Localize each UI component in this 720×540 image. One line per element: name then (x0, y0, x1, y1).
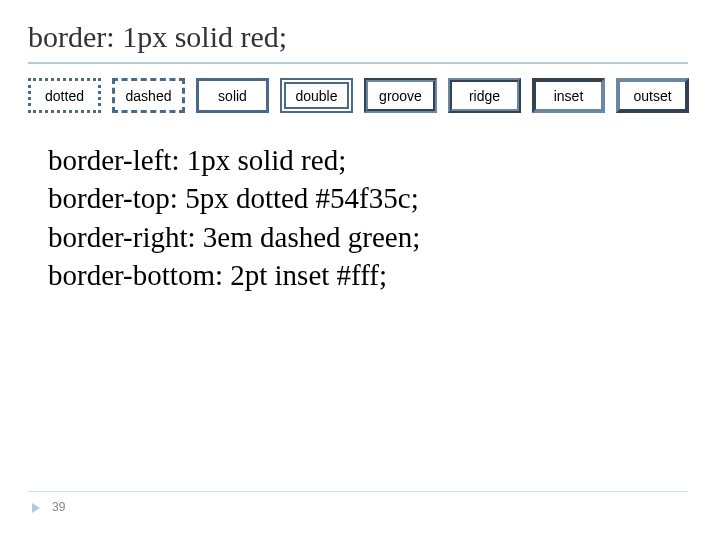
swatch-ridge: ridge (448, 78, 521, 113)
page-marker-icon (32, 503, 40, 513)
swatch-label: outset (633, 88, 671, 104)
swatch-label: groove (379, 88, 422, 104)
slide-title: border: 1px solid red; (0, 0, 720, 62)
swatch-solid: solid (196, 78, 269, 113)
swatch-dotted: dotted (28, 78, 101, 113)
swatch-groove: groove (364, 78, 437, 113)
swatch-dashed: dashed (112, 78, 185, 113)
code-line: border-right: 3em dashed green; (48, 218, 720, 256)
code-line: border-left: 1px solid red; (48, 141, 720, 179)
swatch-label: solid (218, 88, 247, 104)
code-line: border-bottom: 2pt inset #fff; (48, 256, 720, 294)
swatch-label: dotted (45, 88, 84, 104)
swatch-label: inset (554, 88, 584, 104)
footer-line (28, 491, 688, 492)
code-block: border-left: 1px solid red; border-top: … (0, 141, 720, 294)
swatch-double: double (280, 78, 353, 113)
swatch-label: ridge (469, 88, 500, 104)
swatch-label: dashed (126, 88, 172, 104)
page-number: 39 (52, 500, 65, 514)
swatch-outset: outset (616, 78, 689, 113)
border-swatches: dotted dashed solid double groove ridge … (0, 78, 720, 113)
code-line: border-top: 5px dotted #54f35c; (48, 179, 720, 217)
swatch-label: double (295, 88, 337, 104)
swatch-inset: inset (532, 78, 605, 113)
title-underline (28, 62, 688, 64)
